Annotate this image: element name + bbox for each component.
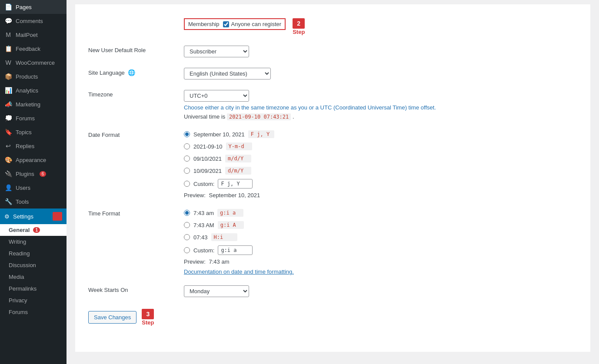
week-starts-cell: Sunday Monday Tuesday Wednesday Thursday…: [184, 280, 582, 302]
submenu-general[interactable]: General 1: [0, 224, 67, 236]
timezone-cell: UTC+0 UTC-5 UTC-8 UTC+1 Choose either a …: [184, 85, 582, 125]
datetime-doc-link[interactable]: Documentation on date and time formattin…: [184, 268, 294, 275]
submenu-permalinks[interactable]: Permalinks: [0, 283, 67, 295]
timezone-row: Timezone UTC+0 UTC-5 UTC-8 UTC+1 Choose …: [88, 85, 582, 125]
sidebar-item-plugins[interactable]: 🔌 Plugins 6: [0, 167, 67, 181]
membership-label: [88, 13, 184, 40]
products-icon: 📦: [4, 73, 12, 80]
main-content: Membership Anyone can register 2 Step: [67, 0, 599, 364]
topics-icon: 🔖: [4, 129, 12, 136]
timezone-hint: Choose either a city in the same timezon…: [184, 104, 582, 111]
date-format-option-2: 2021-09-10 Y-m-d: [184, 142, 582, 150]
users-icon: 👤: [4, 184, 12, 191]
date-format-radio-4[interactable]: [184, 168, 190, 174]
site-language-cell: English (United States) English (UK) Spa…: [184, 63, 582, 85]
mailpoet-icon: M: [4, 31, 12, 38]
submenu-discussion[interactable]: Discussion: [0, 259, 67, 271]
new-user-role-row: New User Default Role Subscriber Contrib…: [88, 40, 582, 63]
time-format-preview: Preview: 7:43 am: [184, 258, 582, 265]
time-format-radio-1[interactable]: [184, 210, 190, 216]
submenu-media[interactable]: Media: [0, 271, 67, 283]
date-format-cell: September 10, 2021 F j, Y 2021-09-10 Y-m…: [184, 125, 582, 204]
date-format-radio-1[interactable]: [184, 131, 190, 137]
week-starts-select[interactable]: Sunday Monday Tuesday Wednesday Thursday…: [184, 285, 249, 297]
sidebar-item-pages[interactable]: 📄 Pages: [0, 0, 67, 14]
sidebar-item-appearance[interactable]: 🎨 Appearance: [0, 153, 67, 167]
date-format-option-3: 09/10/2021 m/d/Y: [184, 155, 582, 162]
submenu-privacy[interactable]: Privacy: [0, 295, 67, 306]
sidebar: 📄 Pages 💬 Comments M MailPoet 📋 Feedback…: [0, 0, 67, 364]
membership-box: Membership Anyone can register: [184, 18, 286, 30]
new-user-role-select[interactable]: Subscriber Contributor Author Editor Adm…: [184, 46, 249, 57]
membership-row: Membership Anyone can register 2 Step: [88, 13, 582, 40]
settings-submenu: General 1 Writing Reading Discussion Med…: [0, 224, 67, 318]
date-format-row: Date Format September 10, 2021 F j, Y 20…: [88, 125, 582, 204]
time-format-radio-2[interactable]: [184, 222, 190, 228]
general-step-badge: 1: [33, 227, 40, 233]
replies-icon: ↩: [4, 142, 12, 149]
step3-label: Step: [142, 319, 154, 326]
sidebar-item-feedback[interactable]: 📋 Feedback: [0, 42, 67, 56]
universal-time-value: 2021-09-10 07:43:21: [227, 113, 291, 120]
sidebar-item-forums[interactable]: 💭 Forums: [0, 111, 67, 125]
date-format-custom-input[interactable]: [218, 179, 253, 189]
save-changes-button[interactable]: Save Changes: [88, 311, 136, 324]
membership-text: Membership: [188, 21, 220, 27]
step2-indicator: 2 Step: [293, 18, 305, 35]
sidebar-item-topics[interactable]: 🔖 Topics: [0, 125, 67, 139]
time-format-row: Time Format 7:43 am g:i a 7:43 AM: [88, 204, 582, 280]
date-format-option-1: September 10, 2021 F j, Y: [184, 130, 582, 138]
timezone-label: Timezone: [88, 85, 184, 125]
sidebar-item-users[interactable]: 👤 Users: [0, 181, 67, 195]
plugins-icon: 🔌: [4, 170, 12, 177]
sidebar-item-comments[interactable]: 💬 Comments: [0, 14, 67, 28]
membership-checkbox-wrapper[interactable]: Anyone can register: [223, 21, 282, 27]
time-format-custom-input[interactable]: [218, 245, 253, 255]
appearance-icon: 🎨: [4, 156, 12, 163]
sidebar-item-mailpoet[interactable]: M MailPoet: [0, 28, 67, 42]
date-format-option-custom: Custom:: [184, 179, 582, 189]
forums-icon: 💭: [4, 115, 12, 122]
week-starts-label: Week Starts On: [88, 280, 184, 302]
settings-general-panel: Membership Anyone can register 2 Step: [75, 4, 590, 352]
comments-icon: 💬: [4, 17, 12, 24]
timezone-select[interactable]: UTC+0 UTC-5 UTC-8 UTC+1: [184, 90, 249, 102]
sidebar-item-analytics[interactable]: 📊 Analytics: [0, 83, 67, 97]
settings-step-badge: [53, 212, 62, 221]
time-format-options: 7:43 am g:i a 7:43 AM g:i A 07:43: [184, 209, 582, 255]
date-format-radio-custom[interactable]: [184, 181, 190, 187]
sidebar-item-replies[interactable]: ↩ Replies: [0, 139, 67, 153]
date-format-radio-3[interactable]: [184, 156, 190, 162]
settings-form-table: Membership Anyone can register 2 Step: [88, 13, 582, 302]
language-icon: 🌐: [128, 69, 135, 76]
membership-cell: Membership Anyone can register 2 Step: [184, 13, 582, 40]
sidebar-item-woocommerce[interactable]: W WooCommerce: [0, 56, 67, 69]
pages-icon: 📄: [4, 3, 12, 10]
date-format-radio-2[interactable]: [184, 143, 190, 149]
time-format-radio-custom[interactable]: [184, 247, 190, 253]
date-format-options: September 10, 2021 F j, Y 2021-09-10 Y-m…: [184, 130, 582, 189]
submenu-reading[interactable]: Reading: [0, 248, 67, 259]
submenu-forums-sub[interactable]: Forums: [0, 306, 67, 318]
universal-time-display: Universal time is 2021-09-10 07:43:21 .: [184, 113, 582, 120]
anyone-can-register-label: Anyone can register: [231, 21, 282, 27]
site-language-select[interactable]: English (United States) English (UK) Spa…: [184, 68, 271, 79]
sidebar-item-tools[interactable]: 🔧 Tools: [0, 195, 67, 208]
site-language-row: Site Language 🌐 English (United States) …: [88, 63, 582, 85]
time-format-cell: 7:43 am g:i a 7:43 AM g:i A 07:43: [184, 204, 582, 280]
sidebar-item-products[interactable]: 📦 Products: [0, 69, 67, 83]
sidebar-item-settings[interactable]: ⚙ Settings General 1 Writing Reading Dis…: [0, 208, 67, 318]
step3-badge: 3: [142, 309, 154, 319]
time-format-label: Time Format: [88, 204, 184, 280]
time-format-option-3: 07:43 H:i: [184, 233, 582, 241]
submenu-writing[interactable]: Writing: [0, 236, 67, 248]
feedback-icon: 📋: [4, 45, 12, 52]
plugins-badge: 6: [40, 171, 47, 177]
marketing-icon: 📣: [4, 101, 12, 108]
date-format-preview: Preview: September 10, 2021: [184, 192, 582, 199]
save-row: Save Changes 3 Step: [88, 302, 582, 332]
anyone-can-register-checkbox[interactable]: [223, 21, 229, 27]
time-format-option-custom: Custom:: [184, 245, 582, 255]
sidebar-item-marketing[interactable]: 📣 Marketing: [0, 97, 67, 111]
time-format-radio-3[interactable]: [184, 234, 190, 240]
